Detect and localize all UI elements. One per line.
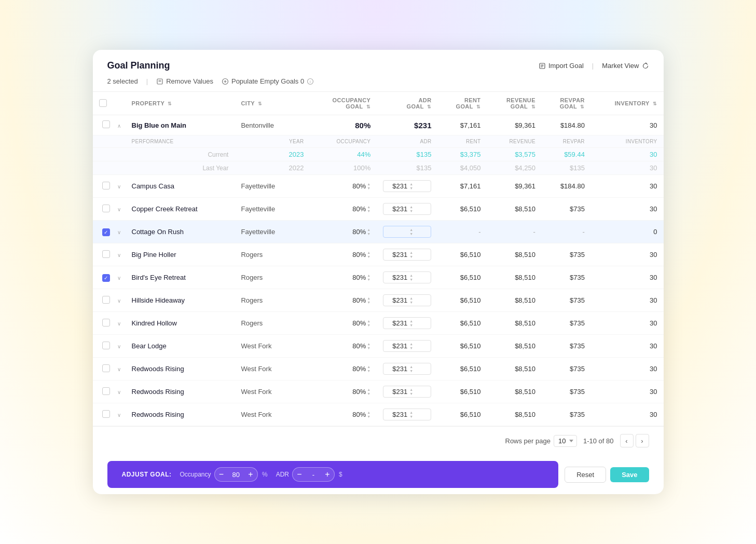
- adr-input[interactable]: [387, 388, 407, 396]
- occ-down-arrow[interactable]: ▼: [367, 346, 370, 350]
- occupancy-input[interactable]: 80%: [348, 205, 366, 213]
- occ-up-arrow[interactable]: ▲: [367, 228, 370, 232]
- row-checkbox[interactable]: [102, 319, 110, 327]
- expand-icon[interactable]: ∨: [117, 207, 121, 212]
- property-sort-icon[interactable]: ⇅: [168, 101, 172, 106]
- adr-input[interactable]: [387, 319, 407, 327]
- occ-down-arrow[interactable]: ▼: [367, 278, 370, 281]
- adr-input[interactable]: [387, 342, 407, 350]
- occupancy-input[interactable]: 80%: [348, 182, 366, 190]
- row-checkbox[interactable]: [102, 120, 110, 128]
- occupancy-input[interactable]: 80%: [348, 342, 366, 350]
- collapse-icon[interactable]: ∧: [117, 123, 121, 129]
- occ-down-arrow[interactable]: ▼: [367, 392, 370, 396]
- row-checkbox[interactable]: ✓: [102, 274, 110, 282]
- populate-empty-goals-button[interactable]: Populate Empty Goals 0 i: [222, 77, 314, 85]
- adr-up-arrow[interactable]: ▲: [409, 296, 413, 300]
- expand-icon[interactable]: ∨: [117, 229, 121, 235]
- occupancy-increment-button[interactable]: +: [244, 468, 257, 481]
- expand-icon[interactable]: ∨: [117, 184, 121, 189]
- reset-button[interactable]: Reset: [565, 467, 606, 483]
- adr-down-arrow[interactable]: ▼: [409, 415, 413, 418]
- occupancy-input[interactable]: 80%: [348, 319, 366, 327]
- row-checkbox[interactable]: [102, 250, 110, 258]
- adr-input[interactable]: [387, 251, 407, 259]
- adr-sort-icon[interactable]: ⇅: [427, 104, 431, 110]
- expand-icon[interactable]: ∨: [117, 298, 121, 304]
- adr-up-arrow[interactable]: ▲: [409, 388, 413, 391]
- import-goal-button[interactable]: Import Goal: [539, 62, 584, 70]
- adr-down-arrow[interactable]: ▼: [409, 392, 413, 396]
- expand-icon[interactable]: ∨: [117, 252, 121, 258]
- row-checkbox[interactable]: [102, 410, 110, 418]
- adr-up-arrow[interactable]: ▲: [409, 251, 413, 254]
- revpar-sort-icon[interactable]: ⇅: [580, 104, 584, 110]
- save-button[interactable]: Save: [610, 467, 649, 482]
- occ-up-arrow[interactable]: ▲: [367, 251, 370, 254]
- adr-up-arrow[interactable]: ▲: [409, 228, 413, 232]
- adr-input[interactable]: [387, 274, 407, 281]
- occupancy-input[interactable]: 80%: [348, 296, 366, 304]
- adr-down-arrow[interactable]: ▼: [409, 369, 413, 373]
- occ-down-arrow[interactable]: ▼: [367, 209, 370, 213]
- occupancy-input[interactable]: 80%: [348, 251, 366, 259]
- prev-page-button[interactable]: ‹: [620, 434, 634, 447]
- market-view-button[interactable]: Market View: [602, 62, 649, 70]
- adr-up-arrow[interactable]: ▲: [409, 274, 413, 277]
- adr-down-arrow[interactable]: ▼: [409, 323, 413, 327]
- row-checkbox[interactable]: ✓: [102, 228, 110, 236]
- adr-input[interactable]: [387, 411, 407, 418]
- adr-up-arrow[interactable]: ▲: [409, 411, 413, 414]
- occ-down-arrow[interactable]: ▼: [367, 301, 370, 304]
- adr-input[interactable]: [387, 182, 407, 190]
- revenue-sort-icon[interactable]: ⇅: [531, 104, 535, 110]
- occ-up-arrow[interactable]: ▲: [367, 411, 370, 414]
- row-checkbox[interactable]: [102, 205, 110, 212]
- occ-up-arrow[interactable]: ▲: [367, 342, 370, 346]
- adr-decrement-button[interactable]: −: [293, 468, 306, 481]
- adr-input[interactable]: [387, 296, 407, 304]
- adr-up-arrow[interactable]: ▲: [409, 182, 413, 186]
- adr-input[interactable]: [387, 205, 407, 213]
- adr-down-arrow[interactable]: ▼: [409, 255, 413, 259]
- inventory-sort-icon[interactable]: ⇅: [653, 101, 657, 106]
- occ-up-arrow[interactable]: ▲: [367, 319, 370, 323]
- row-checkbox[interactable]: [102, 387, 110, 395]
- occ-up-arrow[interactable]: ▲: [367, 274, 370, 277]
- rows-per-page-select[interactable]: 10 25 50: [554, 435, 577, 447]
- adr-down-arrow[interactable]: ▼: [409, 209, 413, 213]
- occupancy-input[interactable]: 80%: [348, 274, 366, 281]
- occ-down-arrow[interactable]: ▼: [367, 255, 370, 259]
- adr-up-arrow[interactable]: ▲: [409, 342, 413, 346]
- occ-up-arrow[interactable]: ▲: [367, 365, 370, 369]
- occ-down-arrow[interactable]: ▼: [367, 415, 370, 418]
- row-checkbox[interactable]: [102, 364, 110, 372]
- occ-up-arrow[interactable]: ▲: [367, 296, 370, 300]
- occ-down-arrow[interactable]: ▼: [367, 186, 370, 190]
- occupancy-input[interactable]: 80%: [348, 228, 366, 236]
- expand-icon[interactable]: ∨: [117, 321, 121, 327]
- adr-increment-button[interactable]: +: [321, 468, 334, 481]
- expand-icon[interactable]: ∨: [117, 412, 121, 418]
- adr-up-arrow[interactable]: ▲: [409, 365, 413, 369]
- city-sort-icon[interactable]: ⇅: [258, 101, 262, 106]
- adr-down-arrow[interactable]: ▼: [409, 186, 413, 190]
- occupancy-sort-icon[interactable]: ⇅: [366, 104, 370, 110]
- occupancy-input[interactable]: 80%: [348, 365, 366, 373]
- occupancy-input[interactable]: 80%: [348, 388, 366, 396]
- adr-input[interactable]: [387, 365, 407, 373]
- occupancy-input[interactable]: 80%: [348, 411, 366, 418]
- occ-up-arrow[interactable]: ▲: [367, 388, 370, 391]
- occ-down-arrow[interactable]: ▼: [367, 369, 370, 373]
- occ-down-arrow[interactable]: ▼: [367, 323, 370, 327]
- adr-down-arrow[interactable]: ▼: [409, 346, 413, 350]
- adr-input[interactable]: [387, 228, 407, 236]
- occupancy-decrement-button[interactable]: −: [215, 468, 228, 481]
- occ-down-arrow[interactable]: ▼: [367, 232, 370, 236]
- row-checkbox[interactable]: [102, 182, 110, 189]
- select-all-checkbox[interactable]: [99, 99, 107, 107]
- adr-up-arrow[interactable]: ▲: [409, 205, 413, 209]
- adr-up-arrow[interactable]: ▲: [409, 319, 413, 323]
- remove-values-button[interactable]: Remove Values: [156, 77, 213, 85]
- expand-icon[interactable]: ∨: [117, 275, 121, 281]
